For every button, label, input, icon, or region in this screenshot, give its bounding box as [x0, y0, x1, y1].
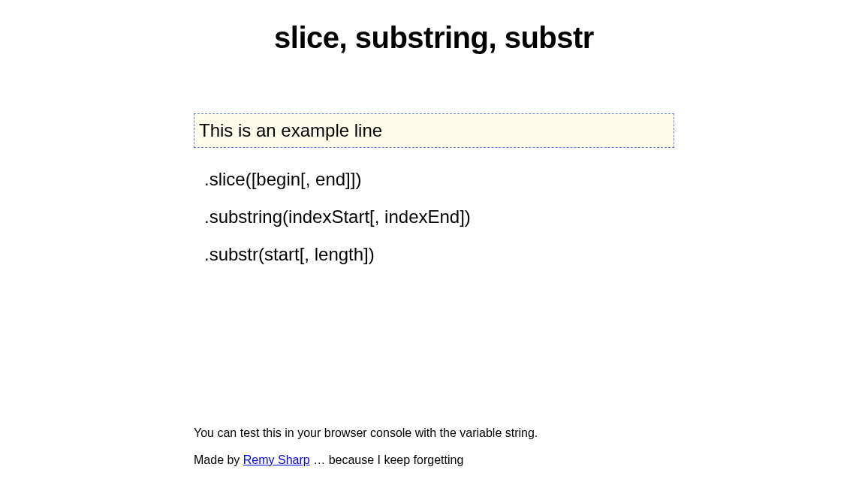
footer: You can test this in your browser consol…: [194, 426, 674, 467]
made-by-prefix: Made by: [194, 453, 243, 466]
method-slice: .slice([begin[, end]]): [204, 169, 674, 190]
method-substr: .substr(start[, length]): [204, 244, 674, 265]
page-title: slice, substring, substr: [194, 21, 674, 55]
made-by-suffix: … because I keep forgetting: [310, 453, 464, 466]
method-substring: .substring(indexStart[, indexEnd]): [204, 206, 674, 227]
credits-line: Made by Remy Sharp … because I keep forg…: [194, 453, 674, 467]
example-input-container: [194, 113, 674, 148]
example-input[interactable]: [199, 120, 669, 141]
author-link[interactable]: Remy Sharp: [243, 453, 310, 466]
console-hint: You can test this in your browser consol…: [194, 426, 674, 440]
